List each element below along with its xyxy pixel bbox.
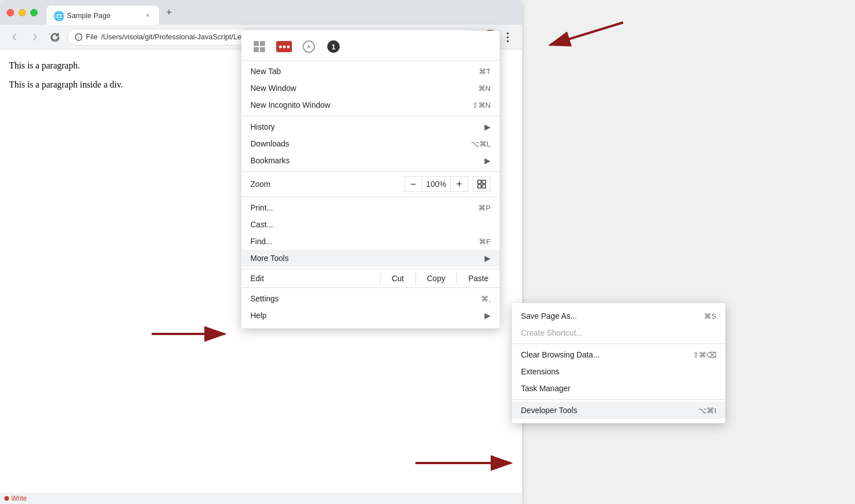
svg-rect-5	[478, 180, 481, 184]
menu-divider-2	[241, 171, 500, 172]
status-indicator	[4, 496, 9, 501]
menu-item-print[interactable]: Print... ⌘P	[241, 199, 500, 216]
submenu-arrow-icon: ▶	[484, 254, 491, 263]
menu-item-shortcut: ⌘P	[478, 204, 491, 212]
zoom-in-button[interactable]: +	[450, 176, 468, 192]
menu-item-clear-browsing[interactable]: Clear Browsing Data... ⇧⌘⌫	[512, 346, 725, 363]
menu-item-create-shortcut[interactable]: Create Shortcut...	[512, 324, 725, 341]
close-button[interactable]	[7, 9, 14, 16]
menu-item-label: Help	[250, 311, 484, 320]
menu-item-developer-tools[interactable]: Developer Tools ⌥⌘I	[512, 402, 725, 419]
chrome-menu-button[interactable]: ⋮	[500, 29, 515, 45]
grid-icon	[254, 41, 265, 52]
menu-item-label: Task Manager	[521, 384, 716, 393]
menu-item-label: History	[250, 122, 484, 131]
menu-item-help[interactable]: Help ▶	[241, 307, 500, 324]
menu-dots-icon: ⋮	[502, 30, 513, 44]
status-text: Write	[11, 494, 27, 502]
file-label: File	[86, 33, 98, 41]
menu-item-downloads[interactable]: Downloads ⌥⌘L	[241, 135, 500, 152]
menu-item-label: Bookmarks	[250, 156, 484, 165]
recorder-icon[interactable]	[275, 38, 293, 56]
title-bar: 🌐 Sample Page × +	[0, 0, 522, 25]
edit-label: Edit	[241, 272, 380, 285]
menu-item-new-window[interactable]: New Window ⌘N	[241, 80, 500, 97]
maximize-button[interactable]	[30, 9, 38, 16]
menu-item-shortcut: ⇧⌘⌫	[693, 351, 716, 359]
menu-item-history[interactable]: History ▶	[241, 118, 500, 135]
menu-item-cast[interactable]: Cast...	[241, 216, 500, 233]
menu-item-shortcut: ⌥⌘I	[698, 406, 716, 415]
menu-item-label: Cast...	[250, 220, 491, 229]
new-tab-button[interactable]: +	[161, 4, 177, 20]
tab-close-button[interactable]: ×	[143, 11, 152, 20]
menu-item-task-manager[interactable]: Task Manager	[512, 380, 725, 397]
middle-left-arrow	[140, 317, 253, 351]
zoom-out-button[interactable]: −	[404, 176, 422, 192]
reload-button[interactable]	[47, 29, 63, 45]
submenu-arrow-icon: ▶	[484, 311, 491, 320]
menu-item-label: New Incognito Window	[250, 100, 472, 109]
back-button[interactable]	[7, 29, 22, 45]
copy-button[interactable]: Copy	[415, 272, 457, 285]
paste-button[interactable]: Paste	[456, 272, 500, 285]
submenu-arrow-icon: ▶	[484, 122, 491, 131]
bottom-right-arrow	[404, 446, 528, 480]
submenu-divider-1	[512, 343, 725, 344]
fullscreen-button[interactable]	[473, 176, 491, 192]
zoom-controls: − 100% +	[404, 176, 468, 192]
menu-item-shortcut: ⌘N	[478, 84, 491, 93]
menu-item-label: Developer Tools	[521, 406, 698, 415]
minimize-button[interactable]	[19, 9, 26, 16]
circle-icon	[303, 40, 315, 53]
status-bar: Write	[0, 493, 522, 504]
forward-button[interactable]	[27, 29, 43, 45]
svg-rect-8	[482, 185, 486, 188]
menu-divider-3	[241, 196, 500, 197]
tab-area: 🌐 Sample Page × +	[47, 3, 515, 22]
menu-item-label: Find...	[250, 237, 479, 246]
menu-item-shortcut: ⌘S	[704, 312, 716, 320]
submenu-divider-2	[512, 399, 725, 400]
info-icon: i	[75, 33, 83, 41]
menu-item-label: More Tools	[250, 254, 484, 263]
badge-icon[interactable]: 1	[324, 38, 342, 56]
send-icon[interactable]	[300, 38, 318, 56]
menu-item-bookmarks[interactable]: Bookmarks ▶	[241, 152, 500, 169]
menu-item-settings[interactable]: Settings ⌘,	[241, 290, 500, 307]
svg-rect-6	[482, 180, 486, 184]
menu-item-new-tab[interactable]: New Tab ⌘T	[241, 63, 500, 80]
menu-item-save-page[interactable]: Save Page As... ⌘S	[512, 308, 725, 324]
menu-divider-1	[241, 116, 500, 116]
menu-item-label: New Tab	[250, 67, 479, 76]
menu-item-label: New Window	[250, 84, 478, 93]
zoom-label: Zoom	[250, 180, 404, 189]
menu-item-label: Extensions	[521, 367, 716, 376]
menu-item-label: Save Page As...	[521, 311, 704, 320]
red-recorder	[276, 41, 292, 52]
menu-item-new-incognito[interactable]: New Incognito Window ⇧⌘N	[241, 97, 500, 113]
menu-edit-row: Edit Cut Copy Paste	[241, 269, 500, 288]
menu-item-label: Downloads	[250, 139, 471, 148]
menu-icons-row: 1	[241, 35, 500, 61]
tab-title: Sample Page	[67, 11, 139, 20]
menu-item-shortcut: ⇧⌘N	[472, 101, 491, 109]
number-badge: 1	[327, 40, 340, 53]
menu-item-label: Clear Browsing Data...	[521, 350, 693, 359]
submenu-arrow-icon: ▶	[484, 156, 491, 165]
menu-item-shortcut: ⌥⌘L	[471, 140, 491, 148]
zoom-value: 100%	[422, 176, 450, 192]
menu-item-more-tools[interactable]: More Tools ▶	[241, 250, 500, 267]
svg-rect-7	[478, 185, 481, 188]
svg-text:i: i	[78, 35, 79, 40]
menu-item-label: Print...	[250, 203, 478, 212]
menu-item-find[interactable]: Find... ⌘F	[241, 233, 500, 250]
apps-icon[interactable]	[250, 38, 268, 56]
cut-button[interactable]: Cut	[380, 272, 415, 285]
more-tools-menu: Save Page As... ⌘S Create Shortcut... Cl…	[512, 303, 725, 423]
menu-item-extensions[interactable]: Extensions	[512, 363, 725, 380]
menu-item-shortcut: ⌘F	[479, 237, 491, 246]
active-tab[interactable]: 🌐 Sample Page ×	[47, 6, 159, 25]
top-right-arrow	[522, 11, 634, 67]
menu-item-shortcut: ⌘,	[481, 295, 491, 303]
